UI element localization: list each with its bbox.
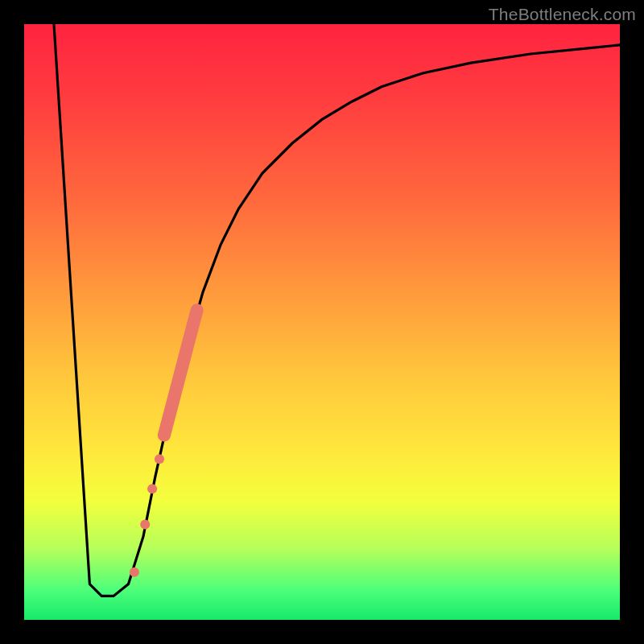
dot-4 [155, 454, 164, 464]
plot-area [24, 24, 620, 620]
dot-3 [147, 484, 157, 493]
pill [164, 310, 197, 435]
curve-layer [24, 24, 620, 620]
chart-frame: TheBottleneck.com [0, 0, 644, 644]
curve-group [54, 24, 620, 596]
watermark-text: TheBottleneck.com [489, 5, 636, 24]
dot-1 [130, 568, 139, 577]
dot-2 [140, 520, 150, 530]
bottleneck-curve [54, 24, 620, 596]
